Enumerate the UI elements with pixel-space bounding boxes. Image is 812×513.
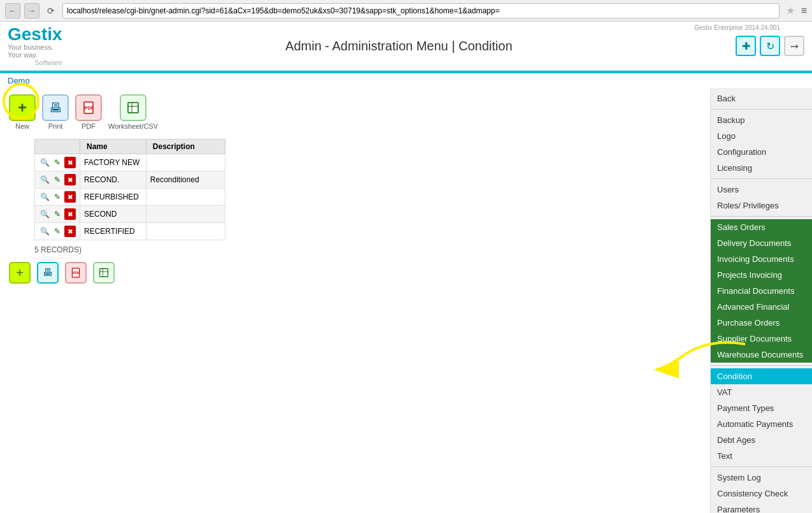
name-cell: RECOND. [80,171,146,189]
description-cell [146,206,225,223]
bookmark-icon[interactable]: ★ [786,4,795,17]
logo-area: Gestix Your business. Your way. Software [8,25,62,66]
delete-icon[interactable]: ✖ [64,174,76,185]
view-icon[interactable]: 🔍 [39,208,50,220]
sidebar-item-delivery-docs[interactable]: Delivery Documents [711,235,812,251]
bottom-csv-button[interactable] [93,262,115,284]
sidebar-item-parameters[interactable]: Parameters [711,502,812,513]
sidebar-item-users[interactable]: Users [711,182,812,198]
sidebar-item-financial-docs[interactable]: Financial Documents [711,283,812,299]
description-cell [146,154,225,171]
bottom-pdf-button[interactable]: PDF [65,262,87,284]
logout-icon[interactable]: ➙ [784,36,804,56]
table-row: 🔍 ✎ ✖ REFURBISHED [35,189,225,206]
action-cell: 🔍 ✎ ✖ [35,171,80,189]
col-name: Name [80,140,146,154]
app-header: Gestix Your business. Your way. Software… [0,22,812,71]
content-area: + New 🖶 Print PDF PDF [0,88,710,513]
demo-link-row: Demo [0,73,812,88]
view-icon[interactable]: 🔍 [39,174,50,185]
print-button[interactable]: 🖶 Print [42,94,69,130]
svg-text:PDF: PDF [85,106,94,110]
sidebar-item-projects-invoicing[interactable]: Projects Invoicing [711,267,812,283]
demo-link[interactable]: Demo [8,76,30,85]
delete-icon[interactable]: ✖ [64,191,76,203]
logo-tagline1: Your business. [8,43,62,51]
col-description: Description [146,140,225,154]
header-icons: ✚ ↻ ➙ [736,36,804,56]
pdf-button[interactable]: PDF PDF [75,94,102,130]
sidebar-divider [711,216,812,217]
browser-menu-icon[interactable]: ≡ [801,5,807,17]
sidebar-item-condition[interactable]: Condition [711,368,812,384]
top-toolbar: + New 🖶 Print PDF PDF [9,94,701,130]
sidebar-divider [711,109,812,110]
new-icon: + [9,94,36,121]
sidebar-item-licensing[interactable]: Licensing [711,160,812,176]
logo-text: Gestix [8,25,62,43]
delete-icon[interactable]: ✖ [64,226,76,237]
sidebar-item-purchase-orders[interactable]: Purchase Orders [711,315,812,331]
sidebar-item-logo[interactable]: Logo [711,128,812,144]
action-cell: 🔍 ✎ ✖ [35,223,80,240]
edit-icon[interactable]: ✎ [52,157,63,168]
sidebar-item-sales-orders[interactable]: Sales Orders [711,219,812,235]
view-icon[interactable]: 🔍 [39,191,50,203]
delete-icon[interactable]: ✖ [64,157,76,168]
sidebar-divider [711,365,812,366]
sidebar-item-supplier-docs[interactable]: Supplier Documents [711,331,812,347]
description-cell [146,223,225,240]
table-row: 🔍 ✎ ✖ RECOND.Reconditioned [35,171,225,189]
print-icon: 🖶 [42,94,69,121]
table-row: 🔍 ✎ ✖ RECERTIFIED [35,223,225,240]
sidebar-item-debt-ages[interactable]: Debt Ages [711,432,812,448]
edit-icon[interactable]: ✎ [52,191,63,203]
sidebar-item-back[interactable]: Back [711,90,812,106]
edit-icon[interactable]: ✎ [52,208,63,220]
sidebar-item-consistency-check[interactable]: Consistency Check [711,486,812,502]
sidebar-item-vat[interactable]: VAT [711,384,812,400]
svg-rect-2 [128,103,138,113]
sidebar-item-advanced-financial[interactable]: Advanced Financial [711,299,812,315]
sidebar-divider [711,178,812,179]
csv-icon [120,94,146,121]
pdf-icon: PDF [75,94,102,121]
name-cell: REFURBISHED [80,189,146,206]
view-icon[interactable]: 🔍 [39,157,50,168]
name-cell: FACTORY NEW [80,154,146,171]
bottom-print-button[interactable]: 🖶 [37,262,59,284]
view-icon[interactable]: 🔍 [39,226,50,237]
sidebar-item-invoicing-docs[interactable]: Invoicing Documents [711,251,812,267]
bottom-new-button[interactable]: + [9,262,31,284]
forward-nav-button[interactable]: → [24,3,39,18]
csv-button[interactable]: Worksheet/CSV [108,94,158,130]
sidebar-item-automatic-payments[interactable]: Automatic Payments [711,416,812,432]
sidebar-item-backup[interactable]: Backup [711,112,812,128]
new-window-icon[interactable]: ✚ [736,36,756,56]
records-count: 5 RECORDS) [34,245,701,254]
description-cell [146,189,225,206]
sidebar-item-text[interactable]: Text [711,448,812,464]
refresh-button[interactable]: ⟳ [43,3,59,18]
sidebar-item-warehouse-docs[interactable]: Warehouse Documents [711,347,812,363]
url-bar[interactable] [62,3,780,18]
sidebar-divider [711,466,812,467]
new-button[interactable]: + New [9,94,36,130]
delete-icon[interactable]: ✖ [64,208,76,220]
logo-software: Software [8,59,62,66]
sidebar-item-roles[interactable]: Roles/ Privileges [711,198,812,213]
sidebar-item-payment-types[interactable]: Payment Types [711,400,812,416]
edit-icon[interactable]: ✎ [52,226,63,237]
sidebar-item-system-log[interactable]: System Log [711,470,812,486]
print-label: Print [48,122,63,130]
logo-tagline2: Your way. [8,51,62,59]
name-cell: SECOND [80,206,146,223]
edit-icon[interactable]: ✎ [52,174,63,185]
sidebar: BackBackupLogoConfigurationLicensingUser… [710,88,812,513]
table-row: 🔍 ✎ ✖ FACTORY NEW [35,154,225,171]
refresh-app-icon[interactable]: ↻ [760,36,780,56]
back-nav-button[interactable]: ← [5,3,20,18]
sidebar-item-configuration[interactable]: Configuration [711,144,812,160]
name-cell: RECERTIFIED [80,223,146,240]
table-row: 🔍 ✎ ✖ SECOND [35,206,225,223]
